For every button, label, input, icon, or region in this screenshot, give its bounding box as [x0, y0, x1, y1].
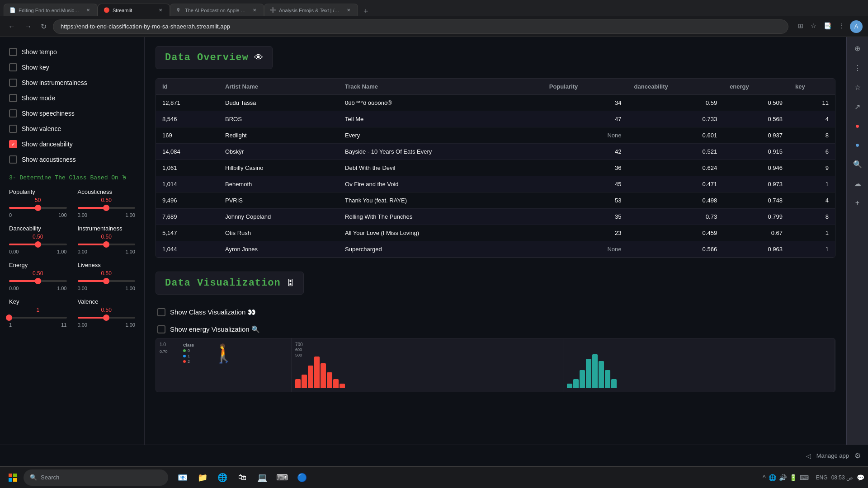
slider-track-popularity[interactable] [9, 207, 67, 209]
checkbox-acousticness[interactable] [9, 155, 17, 164]
slider-thumb-instrumentalness[interactable] [103, 241, 109, 248]
sidebar-item-danceability[interactable]: Show danceability [7, 136, 137, 152]
plus-icon[interactable]: + [854, 197, 861, 209]
cloud-icon[interactable]: ☁ [852, 178, 863, 190]
manage-settings-icon[interactable]: ⚙ [854, 451, 861, 460]
tab-analysis[interactable]: ➕ Analysis Emojis & Text | /—... ✕ [264, 4, 358, 16]
viz-checkbox-class[interactable]: Show Class Visualization 👀 [156, 304, 835, 321]
checkbox-class-viz[interactable] [157, 308, 165, 316]
bookmark-icon[interactable]: 📑 [821, 20, 834, 33]
tray-network-icon[interactable]: 🌐 [769, 474, 776, 481]
cell-popularity: None [543, 127, 628, 144]
tray-speaker-icon[interactable]: 🔊 [779, 474, 787, 481]
back-button[interactable]: ← [5, 21, 18, 33]
cell-key: 8 [789, 209, 835, 225]
taskbar-app-explorer[interactable]: 📁 [193, 469, 212, 487]
cell-key: 4 [789, 111, 835, 127]
tab-close-podcast[interactable]: ✕ [251, 7, 258, 14]
taskbar-app-mail[interactable]: 📧 [174, 469, 192, 487]
address-bar[interactable]: https://end-to-end-classification-by-mo-… [53, 19, 788, 34]
slider-thumb-danceability[interactable] [35, 241, 41, 248]
cell-energy: 0.67 [723, 225, 789, 241]
slider-track-key[interactable] [9, 317, 67, 319]
notification-icon[interactable]: 💬 [857, 474, 864, 481]
slider-thumb-energy[interactable] [35, 278, 41, 284]
extensions-icon[interactable]: ⊞ [796, 20, 806, 33]
slider-thumb-liveness[interactable] [103, 278, 109, 284]
slider-thumb-acousticness[interactable] [103, 205, 109, 211]
tray-battery-icon[interactable]: 🔋 [789, 474, 797, 481]
checkbox-danceability[interactable] [9, 140, 17, 148]
share-icon[interactable]: ↗ [853, 101, 862, 113]
sidebar-item-tempo[interactable]: Show tempo [7, 44, 137, 60]
tab-github[interactable]: 📄 Editing End-to-end.MusicGen-Cl... ✕ [4, 4, 98, 16]
svg-rect-2 [9, 478, 12, 482]
slider-track-danceability[interactable] [9, 244, 67, 245]
cell-track: Supercharged [339, 241, 543, 258]
slider-track-acousticness[interactable] [78, 207, 136, 209]
taskbar-app-chrome[interactable]: 🔵 [293, 469, 311, 487]
taskbar-app-store[interactable]: 🛍 [233, 469, 251, 487]
checkbox-key[interactable] [9, 63, 17, 71]
cell-key: 11 [789, 95, 835, 111]
viz-title-text: Data Visualization [165, 277, 281, 289]
taskbar: 🔍 Search 📧 📁 🌐 🛍 💻 ⌨ 🔵 ^ 🌐 🔊 🔋 ⌨ ENG 08:… [0, 466, 868, 488]
tab-streamlit[interactable]: 🔴 Streamlit ✕ [98, 4, 170, 16]
slider-range-popularity: 0 100 [9, 212, 67, 218]
tray-chevron-icon[interactable]: ^ [763, 474, 766, 481]
cell-id: 169 [156, 127, 219, 144]
taskbar-app-edge[interactable]: 🌐 [213, 469, 231, 487]
star-icon[interactable]: ☆ [808, 20, 819, 33]
checkbox-instrumentalness[interactable] [9, 79, 17, 87]
sidebar-item-mode[interactable]: Show mode [7, 90, 137, 106]
forward-button[interactable]: → [22, 21, 34, 33]
tray-keyboard-icon[interactable]: ⌨ [800, 474, 809, 481]
expand-icon[interactable]: ◁ [806, 452, 811, 460]
start-button[interactable] [4, 469, 22, 487]
cell-track: Tell Me [339, 111, 543, 127]
sidebar-item-instrumentalness[interactable]: Show instrumentalness [7, 75, 137, 90]
sidebar-label-tempo: Show tempo [22, 48, 57, 56]
manage-app-label[interactable]: Manage app [816, 452, 849, 459]
taskbar-app-terminal[interactable]: ⌨ [273, 469, 291, 487]
profile-avatar[interactable]: A [850, 20, 863, 33]
sidebar-item-key[interactable]: Show key [7, 60, 137, 75]
slider-track-liveness[interactable] [78, 280, 136, 282]
slider-track-valence[interactable] [78, 317, 136, 319]
tab-close-streamlit[interactable]: ✕ [157, 7, 164, 14]
slider-label-instrumentalness: Instrumentalness [78, 225, 136, 232]
tab-podcast[interactable]: 🎙 The AI Podcast on Apple Po... ✕ [170, 4, 264, 16]
cell-id: 1,061 [156, 160, 219, 176]
col-id: Id [156, 79, 219, 95]
checkbox-valence[interactable] [9, 125, 17, 133]
reload-button[interactable]: ↻ [38, 20, 49, 33]
cell-popularity: None [543, 241, 628, 258]
checkbox-tempo[interactable] [9, 48, 17, 56]
slider-thumb-popularity[interactable] [35, 205, 41, 211]
slider-thumb-valence[interactable] [103, 314, 109, 321]
star-icon[interactable]: ☆ [853, 81, 863, 94]
taskbar-app-vscode[interactable]: 💻 [253, 469, 271, 487]
cell-artist: Dudu Tassa [219, 95, 339, 111]
tab-favicon-github: 📄 [9, 7, 16, 14]
sidebar-item-speechiness[interactable]: Show speechiness [7, 106, 137, 121]
taskbar-search-bar[interactable]: 🔍 Search [24, 469, 168, 486]
tab-close-github[interactable]: ✕ [85, 7, 92, 14]
slider-track-energy[interactable] [9, 280, 67, 282]
checkbox-mode[interactable] [9, 94, 17, 102]
slider-track-instrumentalness[interactable] [78, 244, 136, 245]
checkbox-energy-viz[interactable] [157, 325, 165, 333]
github-icon[interactable]: ⊕ [853, 42, 862, 55]
sidebar-item-acousticness[interactable]: Show acousticness [7, 152, 137, 167]
slider-thumb-key[interactable] [6, 314, 12, 321]
cell-artist: Behemoth [219, 176, 339, 192]
slider-value-danceability: 0.50 [9, 234, 67, 240]
new-tab-button[interactable]: + [360, 7, 372, 16]
tab-close-analysis[interactable]: ✕ [345, 7, 352, 14]
settings-icon[interactable]: ⋮ [836, 20, 847, 33]
menu-dots-icon[interactable]: ⋮ [852, 62, 863, 74]
search-icon[interactable]: 🔍 [851, 158, 864, 170]
sidebar-item-valence[interactable]: Show valence [7, 121, 137, 136]
checkbox-speechiness[interactable] [9, 109, 17, 117]
viz-checkbox-energy[interactable]: Show energy Visualization 🔍 [156, 321, 835, 338]
